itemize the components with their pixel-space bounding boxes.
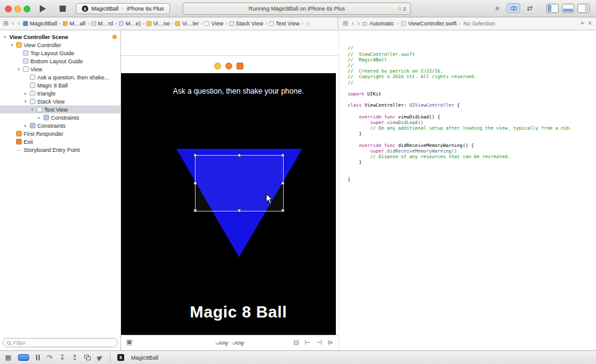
standard-editor-button[interactable]: ≡: [490, 3, 504, 13]
utilities-toggle-button[interactable]: [577, 4, 590, 13]
stack-button[interactable]: ⊟: [293, 338, 299, 347]
code-line[interactable]: }: [348, 159, 596, 165]
disclosure-triangle[interactable]: ▸: [23, 123, 28, 128]
outline-row[interactable]: ▾View: [0, 65, 120, 73]
step-out-button[interactable]: ↥: [72, 354, 78, 361]
code-line[interactable]: override func didReceiveMemoryWarning() …: [348, 143, 596, 148]
breadcrumb-item[interactable]: M…e): [119, 20, 141, 27]
phone-screen[interactable]: Ask a question, then shake your phone. M…: [121, 73, 336, 335]
version-editor-button[interactable]: ⇄: [523, 3, 536, 13]
forward-button[interactable]: ›: [357, 20, 360, 27]
align-button[interactable]: ⊢: [305, 338, 311, 347]
pause-button[interactable]: [36, 355, 40, 360]
close-window-button[interactable]: [5, 6, 12, 12]
outline-row[interactable]: ▾Text View: [0, 105, 120, 113]
warning-badge[interactable]: ⚠ 2: [397, 3, 406, 14]
breadcrumb-item[interactable]: Vi…ler: [175, 20, 199, 27]
disclosure-triangle[interactable]: ▾: [30, 107, 35, 112]
outline-row[interactable]: First Responder: [0, 130, 120, 138]
run-button[interactable]: [40, 4, 50, 13]
outline-row[interactable]: Top Layout Guide: [0, 49, 120, 57]
outline-row[interactable]: ▾Stack View: [0, 97, 120, 105]
scheme-selector[interactable]: 8 Magic8Ball › iPhone 6s Plus: [76, 3, 170, 14]
back-button[interactable]: ‹: [351, 20, 354, 27]
selection-handle[interactable]: [194, 182, 197, 185]
code-line[interactable]: super.didReceiveMemoryWarning(): [348, 148, 596, 154]
outline-row[interactable]: Bottom Layout Guide: [0, 57, 120, 65]
close-assistant-editor-button[interactable]: ×: [587, 20, 592, 27]
disclosure-triangle[interactable]: ▾: [16, 67, 21, 71]
breadcrumb-item[interactable]: Text View: [269, 20, 299, 27]
selection-handle[interactable]: [194, 154, 197, 157]
code-line[interactable]: // Do any additional setup after loading…: [348, 125, 596, 131]
selection-handle[interactable]: [238, 209, 241, 212]
code-line[interactable]: // Copyright © 2016 ttt. All rights rese…: [348, 74, 596, 79]
breadcrumb-file[interactable]: ViewController.swift: [401, 20, 456, 27]
step-into-button[interactable]: ↧: [60, 354, 65, 361]
running-app-label[interactable]: Magic8Ball: [131, 355, 158, 361]
navigator-toggle-button[interactable]: [546, 4, 559, 13]
disclosure-triangle[interactable]: ▾: [23, 99, 28, 104]
scheme-target[interactable]: Magic8Ball: [91, 6, 119, 12]
breakpoints-button[interactable]: [18, 354, 29, 361]
code-line[interactable]: }: [348, 131, 596, 136]
outline-row[interactable]: Ask a question, then shake...: [0, 73, 120, 81]
outline-row[interactable]: ▸Constraints: [0, 113, 120, 122]
exit-icon[interactable]: [237, 63, 243, 69]
code-line[interactable]: // Magic8Ball: [348, 57, 596, 63]
code-line[interactable]: super.viewDidLoad(): [348, 120, 596, 125]
stop-button[interactable]: [60, 5, 67, 12]
title-label[interactable]: Magic 8 Ball: [141, 303, 336, 322]
code-line[interactable]: import UIKit: [348, 91, 596, 97]
view-controller-icon[interactable]: [214, 63, 221, 69]
view-debugger-button[interactable]: [84, 355, 91, 360]
outline-row[interactable]: Magic 8 Ball: [0, 81, 120, 89]
question-label[interactable]: Ask a question, then shake your phone.: [141, 87, 336, 95]
code-line[interactable]: //: [348, 63, 596, 68]
zoom-window-button[interactable]: [24, 6, 30, 12]
disclosure-triangle[interactable]: ▸: [23, 91, 28, 95]
code-line[interactable]: [348, 97, 596, 102]
outline-row[interactable]: ▸triangle: [0, 89, 120, 97]
breadcrumb-item[interactable]: View: [204, 20, 223, 27]
code-line[interactable]: }: [348, 177, 596, 182]
outline-row[interactable]: ▸Constraints: [0, 122, 120, 130]
breadcrumb-item[interactable]: M…all: [63, 20, 86, 27]
assistant-editor-button[interactable]: [507, 3, 520, 13]
code-line[interactable]: //: [348, 45, 596, 51]
toggle-debug-area-button[interactable]: ▦: [5, 354, 11, 361]
code-line[interactable]: //: [348, 80, 596, 86]
pin-button[interactable]: ⊣: [316, 338, 322, 347]
minimize-window-button[interactable]: [14, 6, 21, 12]
outline-row[interactable]: →Storyboard Entry Point: [0, 146, 120, 154]
outline-row[interactable]: Exit: [0, 138, 120, 146]
code-line[interactable]: [348, 165, 596, 171]
disclosure-triangle[interactable]: ▾: [9, 43, 14, 47]
first-responder-icon[interactable]: [225, 63, 232, 69]
breadcrumb-item[interactable]: Vi…ne: [147, 20, 170, 27]
scheme-device[interactable]: iPhone 6s Plus: [127, 6, 164, 12]
filter-field[interactable]: Filter: [2, 338, 118, 347]
breadcrumb-assistant-mode[interactable]: Automatic: [369, 20, 394, 27]
related-items-button[interactable]: ⊞: [342, 20, 348, 27]
code-line[interactable]: class ViewController: UIViewController {: [348, 102, 596, 108]
code-line[interactable]: // Created by patrick on 2/22/16.: [348, 68, 596, 74]
add-assistant-editor-button[interactable]: +: [580, 20, 585, 27]
disclosure-triangle[interactable]: ▸: [37, 115, 42, 120]
back-button[interactable]: ‹: [11, 20, 14, 27]
resolve-auto-layout-button[interactable]: ⊳: [328, 338, 333, 347]
selection-handle[interactable]: [281, 182, 284, 185]
selection-handle[interactable]: [194, 209, 197, 212]
forward-button[interactable]: ›: [17, 20, 20, 27]
code-line[interactable]: // Dispose of any resources that can be …: [348, 154, 596, 159]
debug-area-toggle-button[interactable]: [562, 4, 574, 13]
code-line[interactable]: [348, 108, 596, 113]
interface-builder-canvas[interactable]: Ask a question, then shake your phone. M…: [121, 30, 338, 350]
selection-handle[interactable]: [281, 154, 284, 157]
breadcrumb-item[interactable]: Magic8Ball: [23, 20, 57, 27]
outline-row[interactable]: ▾View Controller: [0, 41, 120, 49]
breadcrumb-item[interactable]: Stack View: [229, 20, 263, 27]
code-line[interactable]: [348, 171, 596, 177]
related-items-button[interactable]: ⊞: [2, 20, 9, 27]
step-over-button[interactable]: ↷: [47, 354, 52, 361]
